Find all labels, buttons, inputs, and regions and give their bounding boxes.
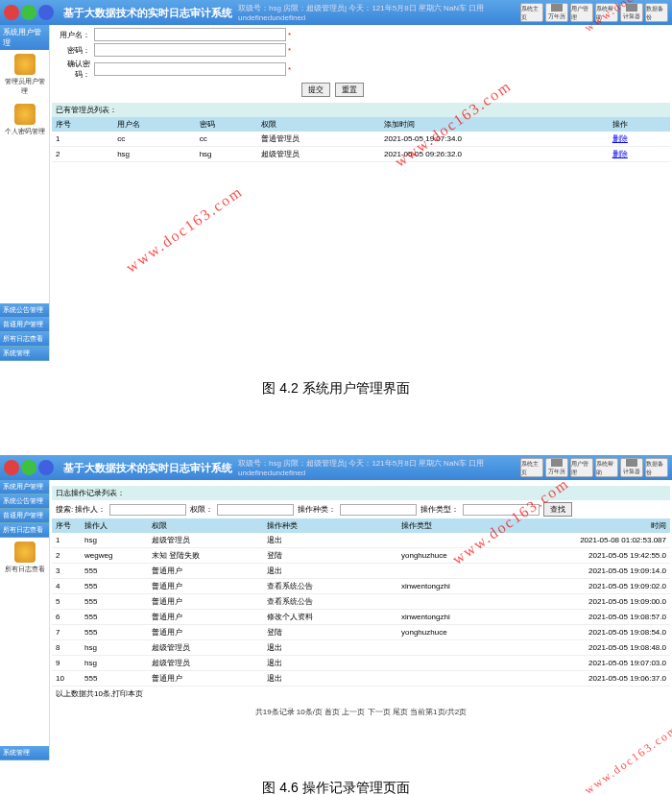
- main-content: 日志操作记录列表： 搜索: 操作人： 权限： 操作种类： 操作类型： 查找 序号…: [50, 480, 672, 760]
- log-table: 序号 操作人 权限 操作种类 操作类型 时间 1hsg超级管理员退出2021-0…: [52, 518, 670, 687]
- col-cat: 操作种类: [263, 518, 397, 533]
- delete-link[interactable]: 删除: [612, 134, 628, 143]
- toolbar-calc-button[interactable]: 计算器: [620, 458, 643, 477]
- footer-note: 以上数据共10条,打印本页: [52, 687, 670, 701]
- table-row: 8hsg超级管理员退出2021-05-05 19:08:48.0: [52, 640, 670, 656]
- table-row: 2hsghsg超级管理员2021-05-05 09:26:32.0删除: [52, 147, 670, 162]
- admin-icon: [14, 54, 36, 75]
- search-role-input[interactable]: [217, 504, 294, 516]
- toolbar-help-button[interactable]: 系统帮助: [595, 458, 618, 477]
- search-cat-label: 操作种类：: [298, 504, 336, 515]
- search-type-input[interactable]: [463, 504, 540, 516]
- col-no: 序号: [52, 518, 81, 533]
- confirm-input[interactable]: [94, 62, 286, 76]
- sidebar-menu-system[interactable]: 系统管理: [0, 746, 49, 760]
- col-type: 操作类型: [397, 518, 564, 533]
- col-role: 权限: [257, 117, 380, 132]
- toolbar-user-button[interactable]: 用户管理: [570, 3, 593, 22]
- delete-link[interactable]: 删除: [612, 150, 628, 158]
- avatar-icon: [38, 460, 54, 475]
- table-row: 1hsg超级管理员退出2021-05-08 01:02:53.087: [52, 533, 670, 548]
- header-meta: 双级号：hsg 房限：超级管理员| 今天：121年5月8日 星期六 NaN车 日…: [238, 458, 516, 477]
- avatar-icon: [21, 5, 36, 20]
- sidebar-menu-notice[interactable]: 系统公告管理: [0, 494, 49, 509]
- sidebar: 系统用户管理 管理员用户管理 个人密码管理 系统公告管理 普通用户管理 所有日志…: [0, 25, 50, 361]
- required-star: *: [286, 65, 291, 74]
- col-op: 操作: [609, 117, 670, 132]
- col-no: 序号: [52, 117, 113, 132]
- search-user-label: 搜索: 操作人：: [56, 504, 106, 515]
- sidebar-menu-logs[interactable]: 所有日志查看: [0, 332, 49, 347]
- main-content: 用户名：* 密码：* 确认密码：* 提交 重置 已有管理员列表： 序号 用户名 …: [50, 25, 672, 361]
- table-row: 2wegweg末知 登陆失败登陆yonghuzhuce2021-05-05 19…: [52, 548, 670, 564]
- toolbar-user-button[interactable]: 用户管理: [570, 458, 593, 477]
- submit-button[interactable]: 提交: [301, 83, 330, 97]
- app-header: 基于大数据技术的实时日志审计系统 双级号：hsg 房限：超级管理员| 今天：12…: [0, 455, 672, 480]
- col-time: 时间: [564, 518, 670, 533]
- avatar-icon: [4, 460, 19, 475]
- app-title: 基于大数据技术的实时日志审计系统: [58, 6, 238, 20]
- col-time: 添加时间: [380, 117, 609, 132]
- sidebar-section-users[interactable]: 系统用户管理: [0, 25, 49, 50]
- table-row: 4555普通用户查看系统公告xinwentongzhi2021-05-05 19…: [52, 579, 670, 594]
- sidebar-menu-logs[interactable]: 所有日志查看: [0, 523, 49, 538]
- screenshot-2: www.doc163.com www.doc163.com 基于大数据技术的实时…: [0, 455, 672, 795]
- password-input[interactable]: [94, 43, 286, 57]
- app-title: 基于大数据技术的实时日志审计系统: [58, 461, 238, 475]
- header-toolbar: 系统主页 万年历 用户管理 系统帮助 计算器 数据备份: [516, 3, 672, 22]
- search-row: 搜索: 操作人： 权限： 操作种类： 操作类型： 查找: [52, 500, 670, 518]
- table-row: 6555普通用户修改个人资料xinwentongzhi2021-05-05 19…: [52, 610, 670, 625]
- username-input[interactable]: [94, 28, 286, 41]
- table-row: 10555普通用户退出2021-05-05 19:06:37.0: [52, 671, 670, 687]
- admin-list-title: 已有管理员列表：: [52, 103, 670, 117]
- password-icon: [14, 104, 36, 125]
- header-avatar-icons: [0, 460, 58, 475]
- search-role-label: 权限：: [190, 504, 213, 515]
- confirm-label: 确认密码：: [56, 59, 94, 80]
- toolbar-home-button[interactable]: 系统主页: [520, 458, 543, 477]
- table-row: 5555普通用户查看系统公告2021-05-05 19:09:00.0: [52, 594, 670, 610]
- table-row: 3555普通用户退出2021-05-05 19:09:14.0: [52, 564, 670, 579]
- required-star: *: [286, 31, 291, 39]
- toolbar-calc-button[interactable]: 计算器: [620, 3, 643, 22]
- toolbar-calendar-button[interactable]: 万年历: [545, 458, 568, 477]
- toolbar-calendar-button[interactable]: 万年历: [545, 3, 568, 22]
- search-type-label: 操作类型：: [420, 504, 459, 515]
- header-meta: 双级号：hsg 房限：超级管理员| 今天：121年5月8日 星期六 NaN车 日…: [238, 3, 516, 22]
- sidebar-menu-system[interactable]: 系统管理: [0, 347, 49, 361]
- logs-icon: [14, 542, 36, 563]
- toolbar-backup-button[interactable]: 数据备份: [645, 3, 668, 22]
- search-cat-input[interactable]: [340, 504, 417, 516]
- sidebar-item-admin-users[interactable]: 管理员用户管理: [0, 50, 49, 100]
- toolbar-home-button[interactable]: 系统主页: [520, 3, 543, 22]
- figure-caption: 图 4.2 系统用户管理界面: [0, 361, 672, 417]
- toolbar-help-button[interactable]: 系统帮助: [595, 3, 618, 22]
- sidebar-menu-users[interactable]: 普通用户管理: [0, 509, 49, 523]
- search-button[interactable]: 查找: [543, 502, 572, 517]
- log-list-title: 日志操作记录列表：: [52, 486, 670, 500]
- avatar-icon: [4, 5, 19, 20]
- header-toolbar: 系统主页 万年历 用户管理 系统帮助 计算器 数据备份: [516, 458, 672, 477]
- header-avatar-icons: [0, 5, 58, 20]
- sidebar-menu-users[interactable]: 普通用户管理: [0, 318, 49, 332]
- sidebar-item-all-logs[interactable]: 所有日志查看: [0, 538, 49, 578]
- avatar-icon: [38, 5, 54, 20]
- sidebar-menu-sysuser[interactable]: 系统用户管理: [0, 480, 49, 494]
- avatar-icon: [21, 460, 36, 475]
- col-user: 操作人: [81, 518, 148, 533]
- sidebar: 系统用户管理 系统公告管理 普通用户管理 所有日志查看 所有日志查看 系统管理: [0, 480, 50, 760]
- toolbar-backup-button[interactable]: 数据备份: [645, 458, 668, 477]
- username-label: 用户名：: [56, 30, 94, 40]
- reset-button[interactable]: 重置: [335, 83, 364, 97]
- table-row: 7555普通用户登陆yonghuzhuce2021-05-05 19:08:54…: [52, 625, 670, 640]
- search-user-input[interactable]: [109, 504, 186, 516]
- sidebar-menu-notice[interactable]: 系统公告管理: [0, 303, 49, 318]
- col-role: 权限: [148, 518, 263, 533]
- password-label: 密码：: [56, 45, 94, 56]
- col-user: 用户名: [113, 117, 196, 132]
- col-pwd: 密码: [196, 117, 257, 132]
- table-row: 1cccc普通管理员2021-05-05 19:07:34.0删除: [52, 132, 670, 147]
- required-star: *: [286, 46, 291, 55]
- sidebar-item-password[interactable]: 个人密码管理: [0, 100, 49, 140]
- pager[interactable]: 共19条记录 10条/页 首页 上一页 下一页 尾页 当前第1页/共2页: [52, 701, 670, 723]
